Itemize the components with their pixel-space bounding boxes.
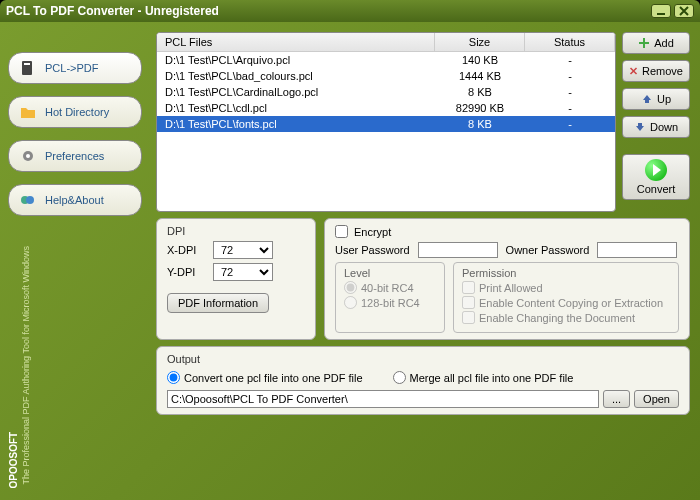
xdpi-label: X-DPI [167,244,207,256]
arrow-up-icon [641,93,653,105]
file-name-cell: D:\1 Test\PCL\CardinalLogo.pcl [157,85,435,99]
convert-button[interactable]: Convert [622,154,690,200]
file-row[interactable]: D:\1 Test\PCL\CardinalLogo.pcl8 KB- [157,84,615,100]
file-name-cell: D:\1 Test\PCL\bad_colours.pcl [157,69,435,83]
file-size-cell: 8 KB [435,85,525,99]
user-password-input[interactable] [418,242,498,258]
remove-button[interactable]: Remove [622,60,690,82]
output-group: Output Convert one pcl file into one PDF… [156,346,690,415]
owner-password-input[interactable] [597,242,677,258]
brand-text: OPOOSOFT [8,238,19,492]
folder-icon [19,103,37,121]
level-40-radio[interactable] [344,281,357,294]
level-fieldset: Level 40-bit RC4 128-bit RC4 [335,262,445,333]
browse-button[interactable]: ... [603,390,630,408]
col-header-name[interactable]: PCL Files [157,33,435,51]
file-status-cell: - [525,85,615,99]
open-button[interactable]: Open [634,390,679,408]
nav-label: Hot Directory [45,106,109,118]
svg-point-6 [26,196,34,204]
file-size-cell: 140 KB [435,53,525,67]
permission-title: Permission [462,267,670,279]
encrypt-checkbox[interactable] [335,225,348,238]
file-size-cell: 1444 KB [435,69,525,83]
file-row[interactable]: D:\1 Test\PCL\fonts.pcl8 KB- [157,116,615,132]
perm-print-checkbox[interactable] [462,281,475,294]
file-list-header: PCL Files Size Status [157,33,615,52]
file-status-cell: - [525,53,615,67]
dpi-group: DPI X-DPI 72 Y-DPI 72 PDF Information [156,218,316,340]
nav-label: Help&About [45,194,104,206]
output-title: Output [167,353,679,365]
ydpi-label: Y-DPI [167,266,207,278]
pcl-doc-icon [19,59,37,77]
owner-pwd-label: Owner Password [506,244,590,256]
dpi-title: DPI [167,225,305,237]
file-name-cell: D:\1 Test\PCL\fonts.pcl [157,117,435,131]
xdpi-select[interactable]: 72 [213,241,273,259]
svg-rect-2 [24,63,30,65]
user-pwd-label: User Password [335,244,410,256]
help-icon [19,191,37,209]
output-merge-radio[interactable] [393,371,406,384]
level-128-radio[interactable] [344,296,357,309]
nav-preferences[interactable]: Preferences [8,140,142,172]
file-size-cell: 8 KB [435,117,525,131]
gear-icon [19,147,37,165]
file-status-cell: - [525,117,615,131]
permission-fieldset: Permission Print Allowed Enable Content … [453,262,679,333]
nav-label: PCL->PDF [45,62,99,74]
perm-change-checkbox[interactable] [462,311,475,324]
file-name-cell: D:\1 Test\PCL\Arquivo.pcl [157,53,435,67]
svg-point-4 [26,154,30,158]
nav-hot-directory[interactable]: Hot Directory [8,96,142,128]
x-icon [629,65,638,77]
play-icon [645,159,667,181]
level-title: Level [344,267,436,279]
col-header-status[interactable]: Status [525,33,615,51]
minimize-button[interactable] [651,4,671,18]
arrow-down-icon [634,121,646,133]
file-row[interactable]: D:\1 Test\PCL\Arquivo.pcl140 KB- [157,52,615,68]
tagline-text: The Professional PDF Authoring Tool for … [21,238,31,492]
up-button[interactable]: Up [622,88,690,110]
file-action-buttons: Add Remove Up Down Convert [622,32,690,212]
file-name-cell: D:\1 Test\PCL\cdl.pcl [157,101,435,115]
col-header-size[interactable]: Size [435,33,525,51]
file-row[interactable]: D:\1 Test\PCL\bad_colours.pcl1444 KB- [157,68,615,84]
main-container: PCL->PDF Hot Directory Preferences Help&… [0,22,700,500]
output-path-input[interactable] [167,390,599,408]
perm-copy-checkbox[interactable] [462,296,475,309]
nav-help-about[interactable]: Help&About [8,184,142,216]
file-size-cell: 82990 KB [435,101,525,115]
close-button[interactable] [674,4,694,18]
content-area: PCL Files Size Status D:\1 Test\PCL\Arqu… [150,22,700,500]
down-button[interactable]: Down [622,116,690,138]
add-button[interactable]: Add [622,32,690,54]
titlebar: PCL To PDF Converter - Unregistered [0,0,700,22]
nav-label: Preferences [45,150,104,162]
window-title: PCL To PDF Converter - Unregistered [6,4,648,18]
nav-pcl-pdf[interactable]: PCL->PDF [8,52,142,84]
file-list-panel: PCL Files Size Status D:\1 Test\PCL\Arqu… [156,32,616,212]
pdf-information-button[interactable]: PDF Information [167,293,269,313]
sidebar: PCL->PDF Hot Directory Preferences Help&… [0,22,150,500]
output-one-radio[interactable] [167,371,180,384]
ydpi-select[interactable]: 72 [213,263,273,281]
file-row[interactable]: D:\1 Test\PCL\cdl.pcl82990 KB- [157,100,615,116]
svg-rect-0 [657,13,665,15]
encrypt-group: Encrypt User Password Owner Password Lev… [324,218,690,340]
file-status-cell: - [525,101,615,115]
encrypt-label: Encrypt [354,226,391,238]
plus-icon [638,37,650,49]
file-status-cell: - [525,69,615,83]
